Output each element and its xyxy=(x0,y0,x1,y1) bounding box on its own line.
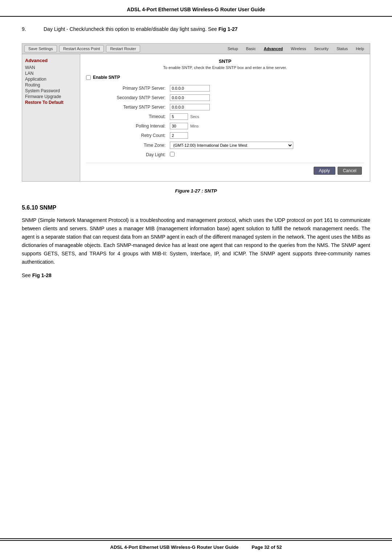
sidebar-title: Advanced xyxy=(25,58,77,63)
router-toolbar: Save Settings Restart Access Point Resta… xyxy=(22,44,370,54)
secondary-server-input-cell xyxy=(168,93,364,102)
snmp-section-heading: 5.6.10 SNMP xyxy=(22,204,370,211)
tab-help[interactable]: Help xyxy=(352,45,368,52)
page-header: ADSL 4-Port Ethernet USB Wireless-G Rout… xyxy=(0,0,392,17)
router-body: Advanced WAN LAN Application Routing Sys… xyxy=(22,54,370,181)
timeout-input[interactable] xyxy=(170,113,188,120)
polling-unit: Mins xyxy=(190,124,199,128)
router-main-panel: SNTP To enable SNTP, check the Enable SN… xyxy=(80,54,370,181)
enable-sntp-row: Enable SNTP xyxy=(86,75,364,80)
timezone-label: Time Zone: xyxy=(86,140,168,150)
primary-server-input[interactable] xyxy=(170,85,210,92)
tab-status[interactable]: Status xyxy=(333,45,351,52)
restart-router-button[interactable]: Restart Router xyxy=(106,45,140,52)
primary-server-label: Primary SNTP Server: xyxy=(86,84,168,93)
apply-button[interactable]: Apply xyxy=(314,167,335,175)
enable-sntp-checkbox[interactable] xyxy=(86,75,91,80)
restart-ap-button[interactable]: Restart Access Point xyxy=(59,45,104,52)
save-settings-button[interactable]: Save Settings xyxy=(24,45,57,52)
timeout-label: Timeout: xyxy=(86,112,168,121)
timezone-input-cell: (GMT-12:00) International Date Line West xyxy=(168,140,364,150)
sidebar-item-lan[interactable]: LAN xyxy=(25,70,77,76)
sntp-panel-title: SNTP xyxy=(86,58,364,64)
tab-advanced[interactable]: Advanced xyxy=(260,45,287,52)
action-buttons-row: Apply Cancel xyxy=(86,163,364,177)
tab-setup[interactable]: Setup xyxy=(224,45,242,52)
primary-server-input-cell xyxy=(168,84,364,93)
retry-label: Retry Count: xyxy=(86,131,168,140)
retry-input-cell xyxy=(168,131,364,140)
sidebar-item-routing[interactable]: Routing xyxy=(25,82,77,88)
enable-sntp-label: Enable SNTP xyxy=(93,75,120,80)
polling-label: Polling Interval: xyxy=(86,121,168,131)
sntp-panel-desc: To enable SNTP, check the Enable SNTP bo… xyxy=(86,65,364,70)
header-title: ADSL 4-Port Ethernet USB Wireless-G Rout… xyxy=(127,7,265,12)
daylight-label: Day Light: xyxy=(86,150,168,159)
step-9-row: 9. Day Light - Check/uncheck this option… xyxy=(22,25,370,33)
sidebar-item-firmware-upgrade[interactable]: Firmware Upgrade xyxy=(25,94,77,100)
timeout-row: Timeout: Secs xyxy=(86,112,364,121)
sidebar-item-system-password[interactable]: System Password xyxy=(25,88,77,94)
polling-row: Polling Interval: Mins xyxy=(86,121,364,131)
footer-title: ADSL 4-Port Ethernet USB Wireless-G Rout… xyxy=(110,544,239,550)
step-number: 9. xyxy=(22,25,36,33)
sidebar-item-wan[interactable]: WAN xyxy=(25,65,77,70)
footer-page-info: Page 32 of 52 xyxy=(252,544,282,550)
bottom-divider xyxy=(0,538,392,539)
cancel-button[interactable]: Cancel xyxy=(338,167,362,175)
tertiary-server-input[interactable] xyxy=(170,104,210,110)
tab-wireless[interactable]: Wireless xyxy=(287,45,310,52)
retry-row: Retry Count: xyxy=(86,131,364,140)
daylight-input-cell xyxy=(168,150,364,159)
retry-input[interactable] xyxy=(170,132,188,139)
sidebar-item-restore-default[interactable]: Restore To Default xyxy=(25,100,77,105)
primary-server-row: Primary SNTP Server: xyxy=(86,84,364,93)
router-sidebar: Advanced WAN LAN Application Routing Sys… xyxy=(22,54,80,181)
tab-basic[interactable]: Basic xyxy=(242,45,260,52)
snmp-heading-text: 5.6.10 SNMP xyxy=(22,204,56,211)
daylight-checkbox[interactable] xyxy=(170,152,175,157)
timeout-unit: Secs xyxy=(190,114,199,119)
tab-security[interactable]: Security xyxy=(310,45,332,52)
page-footer: ADSL 4-Port Ethernet USB Wireless-G Rout… xyxy=(0,540,392,555)
nav-tabs: Setup Basic Advanced Wireless Security S… xyxy=(224,45,368,52)
secondary-server-row: Secondary SNTP Server: xyxy=(86,93,364,102)
tertiary-server-row: Tertiary SNTP Server: xyxy=(86,102,364,112)
see-fig-ref: See Fig 1-28 xyxy=(22,272,370,278)
timeout-input-cell: Secs xyxy=(168,112,364,121)
timezone-row: Time Zone: (GMT-12:00) International Dat… xyxy=(86,140,364,150)
daylight-row: Day Light: xyxy=(86,150,364,159)
snmp-body-text: SNMP (Simple Network Management Protocol… xyxy=(22,216,370,267)
tertiary-server-label: Tertiary SNTP Server: xyxy=(86,102,168,112)
sntp-form-table: Primary SNTP Server: Secondary SNTP Serv… xyxy=(86,84,364,159)
timezone-select[interactable]: (GMT-12:00) International Date Line West xyxy=(170,142,293,149)
figure-caption: Figure 1-27 : SNTP xyxy=(22,188,370,194)
sidebar-item-application[interactable]: Application xyxy=(25,76,77,82)
router-ui-screenshot: Save Settings Restart Access Point Resta… xyxy=(22,43,370,182)
secondary-server-label: Secondary SNTP Server: xyxy=(86,93,168,102)
step-text: Day Light - Check/uncheck this option to… xyxy=(44,25,238,33)
polling-input-cell: Mins xyxy=(168,121,364,131)
secondary-server-input[interactable] xyxy=(170,94,210,101)
polling-input[interactable] xyxy=(170,123,188,129)
tertiary-server-input-cell xyxy=(168,102,364,112)
